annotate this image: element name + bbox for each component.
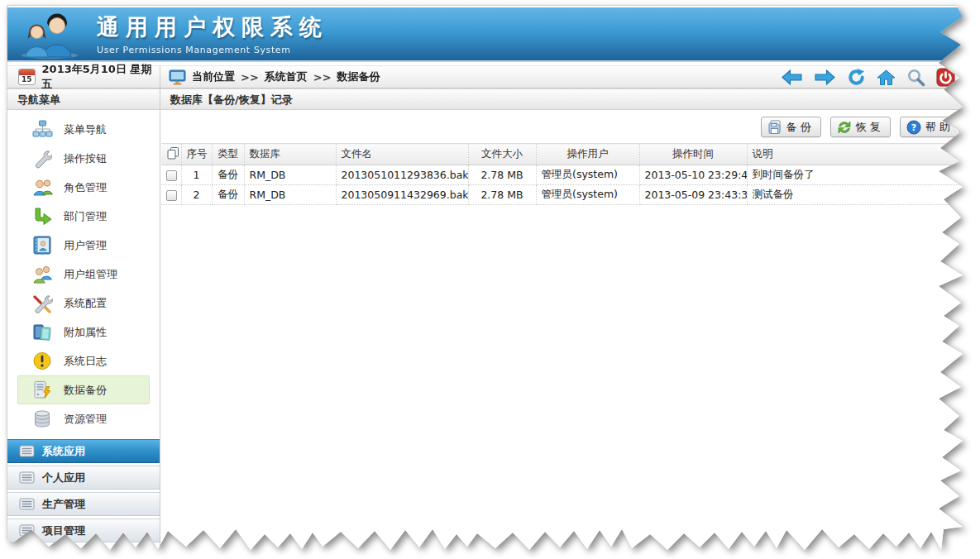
app-window: 通用用户权限系统 User Permissions Management Sys…	[7, 5, 968, 554]
app-body: 导航菜单 菜单导航 操作按钮 角色管理 部门管理 用户管理 用户组管理 系统配置…	[7, 88, 967, 553]
sidebar-item-data-backup[interactable]: 数据备份	[17, 375, 150, 404]
sidebar-item-label: 系统日志	[64, 354, 107, 369]
sidebar-item-label: 操作按钮	[64, 151, 107, 166]
sidebar-item-label: 角色管理	[64, 180, 107, 195]
two-users-logo-icon	[19, 12, 80, 59]
user-group-icon	[31, 265, 53, 284]
column-header[interactable]: 文件名	[336, 144, 468, 165]
list-panel-icon	[19, 471, 35, 484]
sidebar-item-department-management[interactable]: 部门管理	[17, 202, 150, 231]
forward-icon[interactable]	[814, 69, 836, 86]
sidebar-item-label: 附加属性	[64, 325, 107, 340]
breadcrumb: 当前位置 >> 系统首页 >> 数据备份	[160, 69, 781, 85]
torn-screenshot-wrapper: 通用用户权限系统 User Permissions Management Sys…	[7, 5, 968, 554]
sidebar-item-resource-management[interactable]: 资源管理	[17, 404, 150, 433]
sitemap-icon	[31, 120, 53, 139]
save-icon	[767, 120, 782, 135]
cell-size: 2.78 MB	[468, 165, 536, 185]
sidebar-item-label: 系统配置	[64, 296, 107, 311]
breadcrumb-item-home[interactable]: 系统首页	[265, 69, 308, 84]
back-icon[interactable]	[781, 69, 803, 86]
wrench-icon	[31, 149, 53, 169]
calendar-day: 15	[19, 75, 35, 84]
backup-icon	[31, 380, 53, 399]
restore-button[interactable]: 恢 复	[830, 117, 891, 137]
sidebar-section-production-management[interactable]: 生产管理	[7, 492, 160, 516]
current-date: 2013年5月10日 星期五	[42, 62, 160, 92]
sidebar-item-label: 用户组管理	[64, 267, 117, 282]
backup-button[interactable]: 备 份	[761, 117, 821, 137]
sidebar-item-extra-attributes[interactable]: 附加属性	[17, 318, 150, 346]
power-icon[interactable]	[936, 67, 955, 88]
backup-records-table: 序号类型数据库文件名文件大小操作用户操作时间说明 1备份RM_DB2013051…	[161, 143, 965, 205]
breadcrumb-separator: >>	[241, 71, 259, 84]
sidebar-item-action-buttons[interactable]: 操作按钮	[17, 144, 150, 173]
sidebar-item-label: 用户管理	[64, 238, 107, 253]
button-label: 帮 助	[925, 120, 950, 135]
roles-icon	[31, 178, 53, 197]
copy-stack-icon[interactable]	[166, 146, 179, 160]
refresh-icon[interactable]	[847, 68, 866, 87]
restore-icon	[837, 120, 852, 135]
app-subtitle: User Permissions Management System	[97, 45, 328, 55]
sidebar-item-user-group-management[interactable]: 用户组管理	[17, 260, 150, 289]
toolbar: 15 2013年5月10日 星期五 当前位置 >> 系统首页 >> 数据备份	[7, 65, 967, 88]
cell-file: 2013051011293836.bak	[336, 165, 468, 185]
help-button[interactable]: ? 帮 助	[900, 117, 960, 137]
row-checkbox[interactable]	[166, 190, 177, 201]
column-header[interactable]: 操作时间	[639, 144, 747, 165]
sidebar-section-personal-apps[interactable]: 个人应用	[7, 466, 160, 490]
user-book-icon	[31, 236, 53, 255]
search-icon[interactable]	[906, 68, 925, 87]
column-header[interactable]: 序号	[181, 144, 212, 165]
sidebar-item-system-log[interactable]: 系统日志	[17, 346, 150, 375]
column-header[interactable]: 说明	[747, 144, 965, 165]
help-icon: ?	[906, 120, 921, 135]
books-icon	[31, 322, 53, 342]
cell-type: 备份	[212, 165, 244, 185]
sidebar-section-system-apps[interactable]: 系统应用	[7, 439, 160, 463]
sidebar-item-user-management[interactable]: 用户管理	[17, 231, 150, 260]
list-panel-icon	[19, 445, 35, 457]
column-header[interactable]: 操作用户	[536, 144, 639, 165]
row-checkbox[interactable]	[166, 170, 177, 181]
sidebar-item-menu-navigation[interactable]: 菜单导航	[17, 115, 150, 144]
sidebar: 导航菜单 菜单导航 操作按钮 角色管理 部门管理 用户管理 用户组管理 系统配置…	[7, 88, 160, 553]
sidebar-section-project-management[interactable]: 项目管理	[7, 518, 160, 542]
table-row[interactable]: 2备份RM_DB2013050911432969.bak2.78 MB管理员(s…	[161, 185, 965, 205]
cell-db: RM_DB	[244, 185, 336, 205]
department-icon	[31, 207, 53, 226]
main-content: 数据库【备份/恢复】记录 备 份 恢 复 ? 帮 助 序号类型数据库文	[160, 88, 967, 553]
date-zone: 15 2013年5月10日 星期五	[7, 66, 160, 88]
home-icon[interactable]	[877, 69, 896, 86]
cell-size: 2.78 MB	[468, 185, 536, 205]
sidebar-item-label: 部门管理	[64, 209, 107, 224]
table-row[interactable]: 1备份RM_DB2013051011293836.bak2.78 MB管理员(s…	[161, 165, 965, 185]
list-panel-icon	[19, 498, 35, 510]
cell-user: 管理员(system)	[536, 165, 639, 185]
svg-text:?: ?	[911, 122, 916, 133]
app-title: 通用用户权限系统	[97, 12, 328, 42]
sidebar-item-role-management[interactable]: 角色管理	[17, 173, 150, 202]
warning-icon	[31, 351, 53, 370]
app-header: 通用用户权限系统 User Permissions Management Sys…	[7, 7, 967, 62]
column-header[interactable]: 数据库	[244, 144, 336, 165]
column-header[interactable]: 类型	[212, 144, 244, 165]
cell-user: 管理员(system)	[536, 185, 639, 205]
sidebar-item-system-config[interactable]: 系统配置	[17, 289, 150, 318]
cell-seq: 2	[181, 185, 212, 205]
toolbar-buttons: 备 份 恢 复 ? 帮 助	[160, 110, 967, 143]
sidebar-section-label: 个人应用	[42, 471, 85, 485]
sidebar-section-label: 项目管理	[42, 523, 85, 538]
sidebar-menu: 菜单导航 操作按钮 角色管理 部门管理 用户管理 用户组管理 系统配置 附加属性…	[7, 110, 160, 433]
cell-file: 2013050911432969.bak	[336, 185, 468, 205]
content-title: 数据库【备份/恢复】记录	[160, 88, 967, 110]
database-icon	[31, 409, 53, 428]
column-header[interactable]: 文件大小	[468, 144, 536, 165]
sidebar-section-label: 系统应用	[42, 444, 85, 459]
cell-note: 测试备份	[747, 185, 965, 205]
cell-time: 2013-05-10 23:29:43	[639, 165, 747, 185]
sidebar-sections: 系统应用 个人应用 生产管理 项目管理	[7, 437, 160, 542]
cell-note: 到时间备份了	[747, 165, 965, 185]
breadcrumb-label: 当前位置	[192, 69, 235, 84]
